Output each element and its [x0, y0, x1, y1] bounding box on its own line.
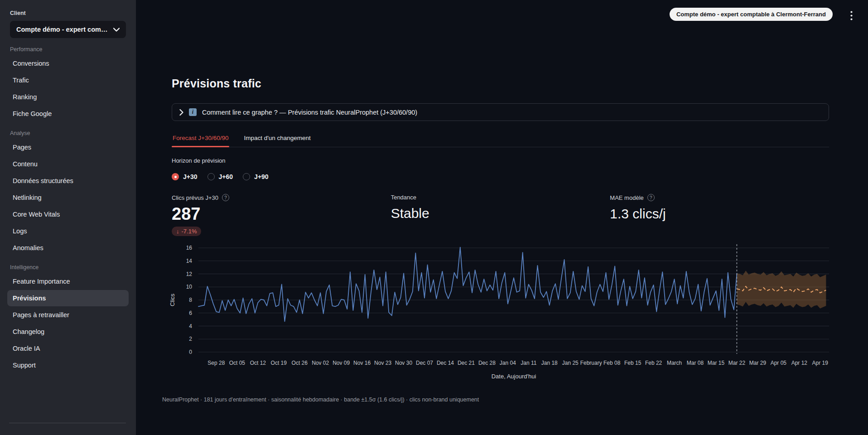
sidebar-item-donnees-structurees[interactable]: Données structurées: [7, 173, 129, 189]
info-expander-label: Comment lire ce graphe ? — Prévisions tr…: [202, 109, 417, 116]
sidebar-item-changelog[interactable]: Changelog: [7, 324, 129, 340]
radio-j60-dot: [207, 173, 215, 180]
metrics-row: Clics prévus J+30 ? 287 ↓ -7.1% Tendance: [172, 194, 829, 236]
metric-mae-value: 1.3 clics/j: [610, 205, 829, 223]
kebab-menu-icon[interactable]: [849, 9, 854, 24]
x-tick-label: Dec 07: [416, 360, 433, 366]
metric-tendance: Tendance Stable: [391, 194, 610, 236]
x-tick-label: Feb 08: [603, 360, 621, 366]
metric-clics-prevus: Clics prévus J+30 ? 287 ↓ -7.1%: [172, 194, 391, 236]
radio-j30[interactable]: J+30: [172, 173, 198, 180]
sidebar-item-netlinking[interactable]: Netlinking: [7, 189, 129, 206]
horizon-radio-group: J+30 J+60 J+90: [172, 173, 829, 180]
radio-j90-dot: [243, 173, 250, 180]
model-footnote: NeuralProphet · 181 jours d'entraînement…: [162, 396, 829, 403]
x-tick-label: Sep 28: [207, 360, 225, 366]
y-tick-label: 10: [186, 284, 193, 290]
x-tick-label: Oct 26: [292, 360, 308, 366]
sidebar-item-conversions[interactable]: Conversions: [7, 55, 129, 72]
horizon-label: Horizon de prévision: [172, 157, 829, 164]
metric-mae-label: MAE modèle: [610, 194, 643, 201]
radio-j30-dot: [172, 173, 179, 180]
x-tick-label: Mar 15: [708, 360, 725, 366]
y-tick-label: 4: [189, 323, 192, 329]
x-tick-label: Jan 25: [562, 360, 579, 366]
x-tick-label: Jan 18: [541, 360, 558, 366]
sidebar-section-analyse: Analyse: [10, 130, 126, 136]
y-tick-label: 6: [189, 310, 192, 316]
x-tick-label: Nov 16: [353, 360, 371, 366]
sidebar-divider: [9, 423, 126, 423]
delta-badge: ↓ -7.1%: [172, 227, 201, 236]
radio-j60-label: J+60: [219, 173, 233, 180]
x-tick-label: Nov 23: [374, 360, 391, 366]
sidebar-item-contenu[interactable]: Contenu: [7, 156, 129, 172]
radio-j90[interactable]: J+90: [243, 173, 269, 180]
x-tick-label: Nov 30: [395, 360, 412, 366]
tabs: Forecast J+30/60/90 Impact d'un changeme…: [172, 132, 829, 147]
x-tick-label: Nov 02: [312, 360, 329, 366]
y-tick-label: 16: [186, 245, 193, 251]
x-tick-label: Dec 14: [437, 360, 454, 366]
sidebar-item-support[interactable]: Support: [7, 357, 129, 373]
y-tick-label: 14: [186, 258, 193, 264]
history-line: [198, 247, 737, 322]
metric-tendance-value: Stable: [391, 204, 610, 222]
tab-forecast[interactable]: Forecast J+30/60/90: [172, 132, 229, 147]
x-tick-label: Dec 21: [458, 360, 475, 366]
metric-mae: MAE modèle ? 1.3 clics/j: [610, 194, 829, 236]
sidebar-item-ranking[interactable]: Ranking: [7, 89, 129, 105]
sidebar-item-anomalies[interactable]: Anomalies: [7, 240, 129, 256]
sidebar-item-pages[interactable]: Pages: [7, 139, 129, 155]
arrow-down-icon: ↓: [176, 228, 179, 235]
x-axis-label: Date, Aujourd'hui: [492, 373, 536, 380]
client-dropdown[interactable]: Compte démo - expert com…: [10, 21, 126, 38]
sidebar-item-fiche-google[interactable]: Fiche Google: [7, 106, 129, 122]
radio-j60[interactable]: J+60: [207, 173, 233, 180]
radio-j90-label: J+90: [254, 173, 269, 180]
delta-value: -7.1%: [182, 228, 197, 235]
x-tick-label: Jan 11: [521, 360, 536, 366]
sidebar-item-pages-a-retravailler[interactable]: Pages à retravailler: [7, 307, 129, 323]
client-dropdown-value: Compte démo - expert com…: [16, 26, 107, 33]
y-tick-label: 12: [186, 271, 193, 277]
x-tick-label: Oct 12: [250, 360, 266, 366]
chevron-down-icon: [113, 28, 120, 32]
sidebar: Client Compte démo - expert com… Perform…: [0, 0, 136, 435]
x-tick-label: Feb 22: [645, 360, 662, 366]
x-tick-label: Nov 09: [333, 360, 350, 366]
account-badge: Compte démo - expert comptable à Clermon…: [670, 8, 833, 21]
y-tick-label: 2: [189, 336, 192, 342]
metric-tendance-label: Tendance: [391, 194, 416, 201]
sidebar-item-oracle-ia[interactable]: Oracle IA: [7, 340, 129, 357]
x-tick-label: February: [580, 360, 602, 366]
metric-clics-prevus-value: 287: [172, 205, 391, 223]
sidebar-item-logs[interactable]: Logs: [7, 223, 129, 239]
x-tick-label: Dec 28: [478, 360, 496, 366]
help-icon[interactable]: ?: [222, 194, 229, 201]
forecast-chart[interactable]: 0246810121416ClicsSep 28Oct 05Oct 12Oct …: [161, 242, 829, 383]
info-expander[interactable]: i Comment lire ce graphe ? — Prévisions …: [172, 103, 829, 121]
sidebar-nav: PerformanceConversionsTraficRankingFiche…: [10, 46, 126, 373]
tab-impact-changement[interactable]: Impact d'un changement: [243, 132, 311, 147]
content: Prévisions trafic i Comment lire ce grap…: [136, 0, 868, 403]
y-tick-label: 8: [189, 297, 192, 303]
metric-clics-prevus-label: Clics prévus J+30: [172, 194, 218, 201]
x-tick-label: Mar 22: [728, 360, 746, 366]
radio-j30-label: J+30: [183, 173, 198, 180]
app-root: Client Compte démo - expert com… Perform…: [0, 0, 868, 435]
x-tick-label: Oct 05: [229, 360, 246, 366]
sidebar-item-core-web-vitals[interactable]: Core Web Vitals: [7, 206, 129, 222]
help-icon[interactable]: ?: [647, 194, 655, 201]
chevron-right-icon: [179, 109, 183, 116]
sidebar-item-feature-importance[interactable]: Feature Importance: [7, 273, 129, 290]
y-axis-label: Clics: [169, 293, 176, 306]
page-title: Prévisions trafic: [172, 77, 829, 90]
x-tick-label: Apr 19: [812, 360, 829, 366]
sidebar-item-trafic[interactable]: Trafic: [7, 72, 129, 88]
x-tick-label: Oct 19: [271, 360, 287, 366]
sidebar-section-intelligence: Intelligence: [10, 264, 126, 271]
sidebar-item-previsions[interactable]: Prévisions: [7, 290, 129, 306]
y-tick-label: 0: [189, 349, 192, 355]
client-label: Client: [10, 10, 126, 16]
